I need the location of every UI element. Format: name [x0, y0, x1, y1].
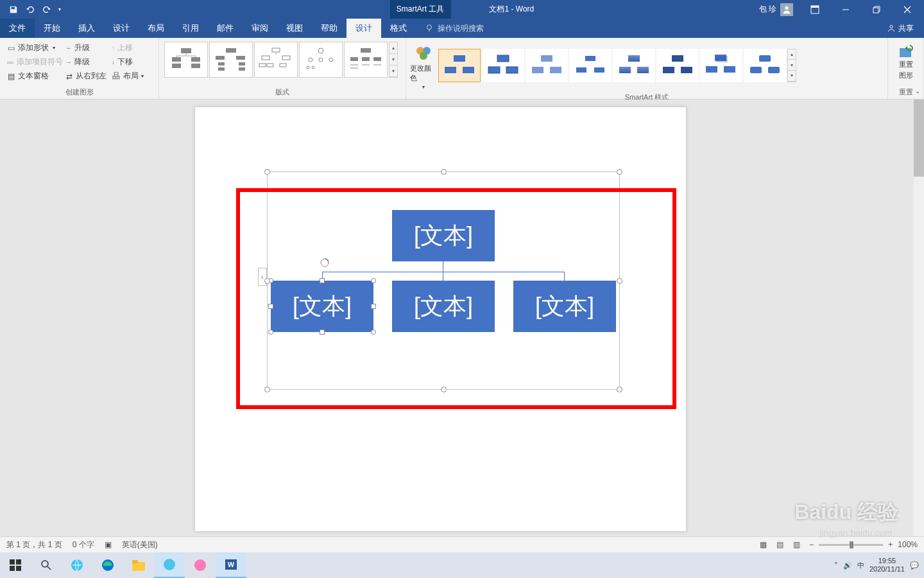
page-indicator[interactable]: 第 1 页，共 1 页 — [6, 539, 62, 550]
demote-button[interactable]: →降级 — [63, 56, 109, 68]
style-option-4[interactable] — [569, 49, 612, 82]
reset-graphic-button[interactable]: 重置 图形 — [892, 40, 920, 80]
svg-rect-13 — [191, 57, 200, 62]
tab-home[interactable]: 开始 — [35, 19, 69, 38]
tab-layout[interactable]: 布局 — [139, 19, 173, 38]
svg-rect-4 — [873, 8, 878, 13]
web-layout-button[interactable]: ▥ — [789, 538, 804, 551]
ribbon-collapse-button[interactable]: ⌃ — [915, 91, 920, 98]
svg-rect-12 — [172, 64, 181, 68]
username: 包 珍 — [759, 4, 776, 15]
undo-button[interactable] — [22, 0, 38, 19]
tab-references[interactable]: 引用 — [173, 19, 208, 38]
svg-point-37 — [307, 66, 309, 69]
add-bullet-button: ≔添加项目符号 — [4, 56, 63, 68]
style-option-8[interactable] — [744, 49, 786, 82]
layout-button[interactable]: 品布局▾ — [109, 70, 148, 82]
taskbar-word[interactable]: W — [216, 552, 246, 578]
tab-mailings[interactable]: 邮件 — [208, 19, 243, 38]
svg-point-49 — [420, 52, 427, 60]
add-shape-button[interactable]: ▭添加形状▾ — [4, 42, 63, 54]
tray-volume-icon[interactable]: 🔊 — [843, 561, 852, 570]
word-count[interactable]: 0 个字 — [73, 539, 94, 550]
layout-option-3[interactable] — [254, 42, 298, 78]
tell-me-search[interactable]: 操作说明搜索 — [416, 19, 493, 38]
svg-rect-51 — [445, 67, 456, 73]
notifications-icon[interactable]: 💬 — [910, 561, 919, 570]
tab-review[interactable]: 审阅 — [243, 19, 277, 38]
layout-option-2[interactable] — [209, 42, 253, 78]
layout-option-1[interactable] — [164, 42, 208, 78]
svg-rect-69 — [716, 56, 728, 62]
svg-rect-28 — [282, 56, 290, 60]
taskbar-edge[interactable] — [92, 552, 123, 578]
style-option-6[interactable] — [656, 49, 699, 82]
style-option-1[interactable] — [438, 49, 481, 82]
restore-button[interactable] — [862, 0, 891, 19]
zoom-in-button[interactable]: + — [888, 540, 893, 549]
tab-help[interactable]: 帮助 — [312, 19, 346, 38]
svg-point-35 — [319, 58, 323, 62]
svg-rect-29 — [259, 64, 266, 67]
svg-rect-54 — [488, 67, 500, 73]
layout-option-4[interactable] — [299, 42, 343, 78]
taskbar-app-2[interactable] — [185, 552, 216, 578]
style-option-3[interactable] — [526, 49, 568, 82]
svg-rect-58 — [550, 67, 561, 73]
move-down-button[interactable]: ↓下移 — [109, 56, 148, 68]
zoom-slider[interactable] — [819, 544, 883, 546]
svg-rect-66 — [663, 67, 674, 73]
print-layout-button[interactable]: ▤ — [772, 538, 787, 551]
read-mode-button[interactable]: ▦ — [755, 538, 771, 551]
contextual-tab-label: SmartArt 工具 — [390, 0, 451, 19]
text-pane-button[interactable]: ▤文本窗格 — [4, 70, 63, 82]
spellcheck-icon[interactable]: ▣ — [105, 540, 112, 549]
taskbar-app-1[interactable] — [154, 552, 185, 578]
tab-insert[interactable]: 插入 — [69, 19, 104, 38]
svg-rect-24 — [239, 62, 245, 66]
clock[interactable]: 19:55 2020/11/11 — [869, 557, 905, 574]
svg-rect-74 — [768, 67, 780, 73]
svg-rect-21 — [236, 56, 245, 60]
search-button[interactable] — [31, 552, 62, 578]
style-option-7[interactable] — [700, 49, 742, 82]
ribbon-display-button[interactable] — [801, 0, 829, 19]
smartart-object[interactable]: ‹ [文本] [文本] [文本] [文本] — [267, 171, 620, 390]
tab-smartart-design[interactable]: 设计 — [346, 19, 381, 38]
zoom-out-button[interactable]: − — [809, 540, 814, 549]
style-gallery-more[interactable]: ▴▾▾ — [787, 49, 796, 82]
ime-indicator[interactable]: 中 — [857, 561, 864, 570]
close-button[interactable] — [893, 0, 921, 19]
layout-gallery-more[interactable]: ▴▾▾ — [389, 42, 398, 78]
tab-view[interactable]: 视图 — [277, 19, 312, 38]
save-button[interactable] — [5, 0, 22, 19]
change-colors-button[interactable]: 更改颜色 ▾ — [410, 40, 437, 90]
tray-chevron-icon[interactable]: ˄ — [834, 561, 838, 570]
start-button[interactable] — [0, 552, 31, 578]
user-account[interactable]: 包 珍 — [754, 3, 798, 16]
taskbar-explorer[interactable] — [123, 552, 154, 578]
vertical-scrollbar[interactable] — [914, 100, 924, 536]
share-button[interactable]: 共享 — [877, 19, 924, 38]
svg-rect-40 — [350, 57, 358, 61]
language-indicator[interactable]: 英语(美国) — [122, 539, 158, 550]
style-option-2[interactable] — [482, 49, 524, 82]
svg-point-36 — [329, 58, 333, 62]
scrollbar-thumb[interactable] — [914, 100, 924, 177]
layout-option-5[interactable] — [344, 42, 388, 78]
redo-button[interactable] — [38, 0, 55, 19]
minimize-button[interactable] — [832, 0, 860, 19]
svg-rect-53 — [497, 55, 509, 62]
tab-file[interactable]: 文件 — [0, 19, 35, 38]
tab-smartart-format[interactable]: 格式 — [381, 19, 416, 38]
svg-text:W: W — [228, 561, 235, 568]
qat-customize[interactable]: ▾ — [55, 0, 64, 19]
rtl-button[interactable]: ⇄从右到左 — [63, 70, 109, 82]
zoom-level[interactable]: 100% — [898, 540, 918, 549]
layout-icon: 品 — [112, 73, 121, 80]
style-option-5[interactable] — [613, 49, 655, 82]
taskbar-ie[interactable] — [62, 552, 92, 578]
promote-button[interactable]: ←升级 — [63, 42, 109, 54]
textpane-icon: ▤ — [6, 73, 15, 80]
tab-design[interactable]: 设计 — [104, 19, 139, 38]
